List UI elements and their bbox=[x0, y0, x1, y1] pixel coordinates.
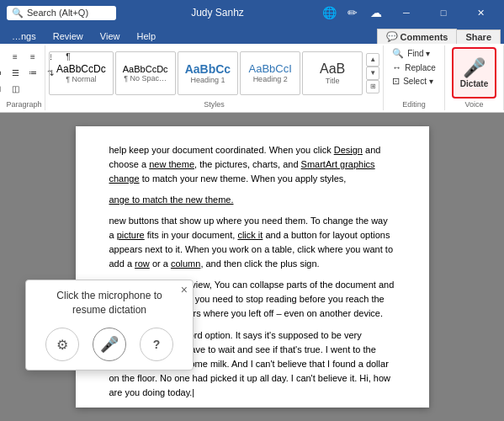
dictation-popup: × Click the microphone to resume dictati… bbox=[25, 280, 194, 370]
tab-view[interactable]: View bbox=[92, 29, 129, 44]
search-label: Search (Alt+Q) bbox=[27, 8, 88, 18]
comments-tab[interactable]: 💬 Comments bbox=[377, 29, 458, 44]
comment-icon: 💬 bbox=[386, 31, 398, 42]
search-icon: 🔍 bbox=[12, 8, 24, 19]
popup-title: Click the microphone to resume dictation bbox=[34, 289, 184, 317]
ribbon-tabs: …ngs Review View Help 💬 Comments Share bbox=[0, 25, 504, 44]
style-title[interactable]: AaB Title bbox=[302, 51, 363, 95]
microphone-button[interactable]: 🎤 bbox=[93, 328, 126, 361]
popup-actions: ⚙ 🎤 ? bbox=[34, 328, 184, 361]
settings-button[interactable]: ⚙ bbox=[45, 328, 79, 361]
paragraph-group: ≡ ≡ ≡ ≡ ⫶ ¶ ⇤ ⇥ ☰ ≔ ⇅ ↕ ⊞ ◫ bbox=[3, 45, 45, 110]
align-center-icon[interactable]: ≡ bbox=[0, 50, 6, 65]
title-bar-left: 🔍 Search (Alt+Q) bbox=[7, 6, 116, 20]
help-icon: ? bbox=[153, 338, 161, 351]
search-box[interactable]: 🔍 Search (Alt+Q) bbox=[7, 6, 116, 20]
style-heading2[interactable]: AaBbCcI Heading 2 bbox=[240, 51, 300, 95]
select-icon: ⊡ bbox=[392, 76, 400, 87]
editing-group: 🔍 Find ▾ ↔ Replace ⊡ Select ▾ Editing bbox=[384, 45, 445, 110]
styles-group-content: AaBbCcDc ¶ Normal AaBbCcDc ¶ No Spac… Aa… bbox=[49, 47, 379, 99]
document-area: help keep your document coordinated. Whe… bbox=[0, 113, 504, 421]
tab-more[interactable]: …ngs bbox=[3, 29, 45, 44]
styles-scroll: ▲ ▼ ⊞ bbox=[366, 53, 379, 93]
style-heading1[interactable]: AaBbCc Heading 1 bbox=[178, 51, 238, 95]
replace-button[interactable]: ↔ Replace bbox=[389, 61, 439, 73]
replace-icon: ↔ bbox=[392, 62, 401, 72]
cloud-icon[interactable]: ☁ bbox=[366, 3, 386, 23]
styles-group-label: Styles bbox=[204, 99, 225, 109]
close-button[interactable]: ✕ bbox=[464, 0, 497, 25]
select-button[interactable]: ⊡ Select ▾ bbox=[389, 75, 439, 88]
popup-close-button[interactable]: × bbox=[181, 284, 188, 296]
globe-icon[interactable]: 🌐 bbox=[319, 3, 339, 23]
num-list-icon[interactable]: ≔ bbox=[24, 66, 41, 81]
mic-icon: 🎤 bbox=[463, 57, 485, 79]
list-icon[interactable]: ☰ bbox=[7, 66, 24, 81]
voice-group-label: Voice bbox=[465, 99, 484, 109]
tab-help[interactable]: Help bbox=[128, 29, 164, 44]
border-icon[interactable]: ⊞ bbox=[0, 82, 6, 97]
find-button[interactable]: 🔍 Find ▾ bbox=[389, 47, 439, 60]
restore-button[interactable]: □ bbox=[427, 0, 460, 25]
align-right-icon[interactable]: ≡ bbox=[7, 50, 24, 65]
pen-icon[interactable]: ✏ bbox=[342, 3, 363, 23]
share-tab[interactable]: Share bbox=[457, 29, 501, 44]
tab-review[interactable]: Review bbox=[45, 29, 92, 44]
styles-expand[interactable]: ⊞ bbox=[366, 80, 379, 93]
help-button[interactable]: ? bbox=[140, 328, 173, 361]
microphone-icon: 🎤 bbox=[100, 335, 119, 354]
styles-scroll-up[interactable]: ▲ bbox=[366, 53, 379, 67]
voice-group: 🎤 Dictate Voice bbox=[445, 45, 504, 110]
paragraph-group-label: Paragraph bbox=[6, 99, 41, 109]
styles-group: AaBbCcDc ¶ Normal AaBbCcDc ¶ No Spac… Aa… bbox=[45, 45, 384, 110]
editing-group-label: Editing bbox=[402, 99, 426, 109]
ribbon: ≡ ≡ ≡ ≡ ⫶ ¶ ⇤ ⇥ ☰ ≔ ⇅ ↕ ⊞ ◫ bbox=[0, 44, 504, 113]
shading-icon[interactable]: ◫ bbox=[7, 82, 24, 97]
style-nospace[interactable]: AaBbCcDc ¶ No Spac… bbox=[115, 51, 176, 95]
dictate-button[interactable]: 🎤 Dictate bbox=[452, 47, 496, 99]
user-name: Judy Sanhz bbox=[191, 7, 244, 19]
editing-buttons: 🔍 Find ▾ ↔ Replace ⊡ Select ▾ bbox=[389, 47, 439, 99]
minimize-button[interactable]: ─ bbox=[390, 0, 423, 25]
justify-icon[interactable]: ≡ bbox=[24, 50, 41, 65]
title-bar: 🔍 Search (Alt+Q) Judy Sanhz 🌐 ✏ ☁ ─ □ ✕ bbox=[0, 0, 504, 25]
style-normal[interactable]: AaBbCcDc ¶ Normal bbox=[49, 51, 114, 95]
title-bar-right: 🌐 ✏ ☁ ─ □ ✕ bbox=[319, 0, 497, 25]
find-icon: 🔍 bbox=[392, 48, 404, 59]
indent-right-icon[interactable]: ⇥ bbox=[0, 66, 6, 81]
settings-icon: ⚙ bbox=[56, 337, 68, 353]
styles-scroll-down[interactable]: ▼ bbox=[366, 67, 379, 80]
